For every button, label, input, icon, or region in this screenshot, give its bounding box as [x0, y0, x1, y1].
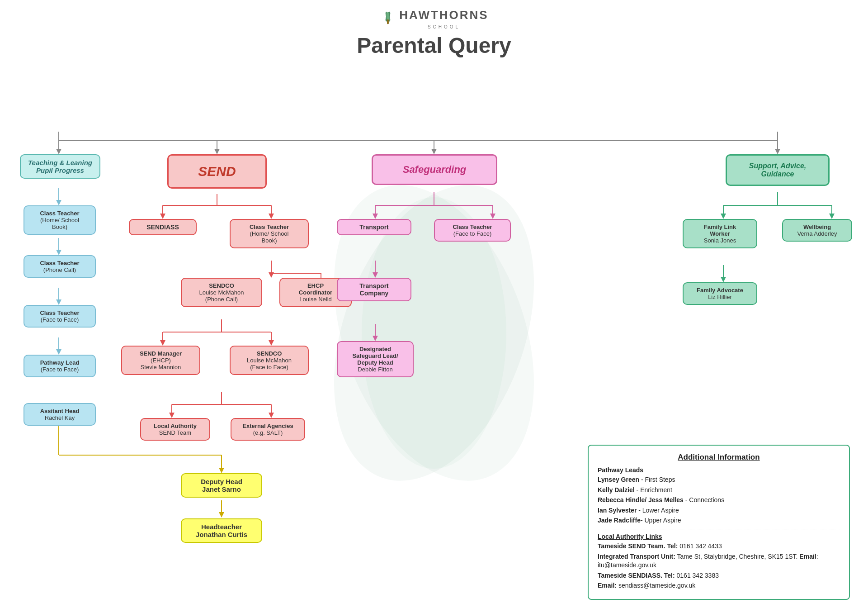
svg-marker-25 — [56, 349, 61, 355]
additional-info-title: Additional Information — [598, 453, 840, 462]
local-auth-3: Tameside SENDIASS. Tel: 0161 342 3383 — [598, 571, 840, 580]
svg-marker-48 — [269, 413, 274, 418]
svg-marker-33 — [269, 272, 274, 278]
flow-area: Teaching & Leaning Pupil Progress Class … — [0, 62, 868, 608]
svg-marker-31 — [269, 214, 274, 219]
logo-area: HAWTHORNS SCHOOL — [0, 8, 868, 30]
pathway-lead-5: Jade Radcliffe- Upper Aspire — [598, 516, 840, 525]
col3-class-teacher-face: Class Teacher(Face to Face) — [434, 219, 511, 242]
col3-safeguarding-title: Safeguarding — [372, 154, 497, 185]
svg-marker-23 — [56, 299, 61, 305]
col2-local-authority: Local AuthoritySEND Team — [140, 418, 210, 441]
col4-wellbeing: WellbeingVerna Adderley — [782, 219, 852, 242]
col3-desig-safeguard: DesignatedSafeguard Lead/Deputy HeadDebb… — [337, 341, 414, 377]
headteacher: HeadteacherJonathan Curtis — [181, 518, 262, 543]
logo-sub: SCHOOL — [428, 24, 460, 29]
svg-marker-72 — [721, 277, 726, 282]
svg-marker-21 — [56, 250, 61, 255]
pathway-lead-4: Ian Sylvester - Lower Aspire — [598, 506, 840, 515]
col2-class-teacher-home: Class Teacher(Home/ SchoolBook) — [230, 219, 309, 248]
pathway-lead-2: Kelly Dalziel - Enrichment — [598, 486, 840, 495]
svg-marker-19 — [56, 200, 61, 205]
col2-send-manager: SEND Manager(EHCP)Stevie Mannion — [121, 346, 200, 375]
svg-marker-70 — [829, 214, 835, 219]
svg-marker-46 — [169, 413, 175, 418]
pathway-lead-3: Rebecca Hindle/ Jess Melles - Connection… — [598, 496, 840, 505]
svg-marker-13 — [214, 149, 220, 154]
col3-transport-company: TransportCompany — [337, 278, 411, 301]
col2-sendco-face: SENDCOLouise McMahon(Face to Face) — [230, 346, 309, 375]
svg-marker-54 — [219, 512, 224, 518]
local-auth-1: Tameside SEND Team. Tel: 0161 342 4433 — [598, 542, 840, 551]
col2-sendco-phone: SENDCOLouise McMahon(Phone Call) — [181, 278, 262, 307]
deputy-head: Deputy HeadJanet Sarno — [181, 473, 262, 498]
page-title: Parental Query — [0, 33, 868, 58]
col2-external-agencies: External Agencies(e.g. SALT) — [231, 418, 305, 441]
local-auth-2: Integrated Transport Unit: Tame St, Stal… — [598, 552, 840, 570]
logo-main: HAWTHORNS — [399, 8, 488, 22]
svg-marker-15 — [431, 149, 437, 154]
header: HAWTHORNS SCHOOL Parental Query — [0, 0, 868, 62]
col1-class-teacher-phone: Class Teacher(Phone Call) — [24, 255, 96, 278]
col3-transport: Transport — [337, 219, 411, 235]
pathway-lead-1: Lynsey Green - First Steps — [598, 475, 840, 484]
logo-icon — [379, 11, 396, 28]
col4-family-advocate: Family AdvocateLiz Hillier — [683, 282, 757, 305]
svg-marker-17 — [775, 149, 780, 154]
svg-marker-68 — [721, 214, 726, 219]
local-auth-4: Email: sendiass@tameside.gov.uk — [598, 581, 840, 590]
logo-text: HAWTHORNS SCHOOL — [399, 8, 488, 30]
svg-marker-51 — [219, 468, 224, 473]
col4-family-link-worker: Family LinkWorkerSonia Jones — [683, 219, 757, 248]
svg-marker-42 — [269, 340, 274, 346]
svg-marker-11 — [56, 149, 61, 154]
col1-title: Teaching & Leaning Pupil Progress — [20, 154, 100, 179]
additional-info-box: Additional Information Pathway Leads Lyn… — [588, 445, 850, 600]
pathway-leads-title: Pathway Leads — [598, 466, 840, 474]
col1-assistant-head: Assitant HeadRachel Kay — [24, 403, 96, 426]
svg-rect-3 — [387, 19, 389, 24]
col2-send-title: SEND — [167, 154, 267, 189]
svg-marker-58 — [373, 214, 378, 219]
col1-pathway-lead: Pathway Lead(Face to Face) — [24, 355, 96, 377]
svg-marker-29 — [160, 214, 165, 219]
svg-marker-60 — [490, 214, 495, 219]
local-auth-title: Local Authority Links — [598, 529, 840, 540]
svg-marker-62 — [373, 272, 378, 278]
svg-point-4 — [297, 157, 571, 508]
svg-point-5 — [297, 157, 571, 508]
col2-sendiass: SENDIASS — [129, 219, 197, 235]
col4-support-title: Support, Advice,Guidance — [726, 154, 830, 186]
col1-class-teacher-face: Class Teacher(Face to Face) — [24, 305, 96, 328]
svg-marker-40 — [160, 340, 165, 346]
svg-marker-64 — [373, 336, 378, 341]
col1-class-teacher-home: Class Teacher(Home/ SchoolBook) — [24, 205, 96, 235]
